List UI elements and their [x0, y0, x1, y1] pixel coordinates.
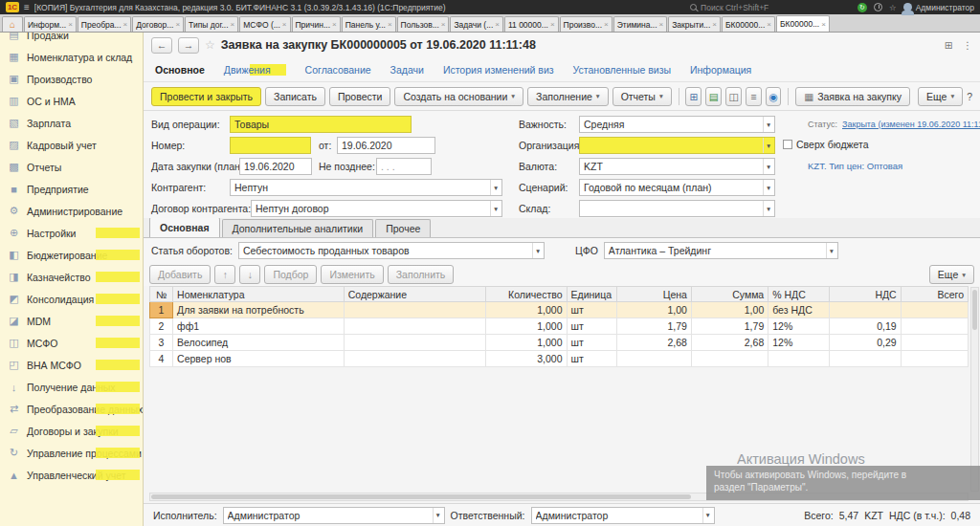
close-icon[interactable]: ×: [388, 20, 392, 29]
cell-price[interactable]: 1,79: [616, 318, 691, 335]
favorite-star-icon[interactable]: ☆: [205, 38, 215, 52]
chevron-down-icon[interactable]: ▾: [702, 508, 710, 523]
list-icon[interactable]: ≡: [746, 87, 762, 106]
spreadsheet-icon[interactable]: ▤: [705, 87, 722, 106]
cell-quantity[interactable]: 1,000: [486, 335, 567, 351]
price-type-link[interactable]: KZT. Тип цен: Оптовая: [808, 161, 902, 171]
global-search-input[interactable]: Поиск Ctrl+Shift+F: [690, 3, 843, 12]
cell-content[interactable]: [344, 318, 486, 335]
cell-num[interactable]: 1: [150, 302, 173, 318]
tab[interactable]: Задачи (...×: [450, 16, 503, 32]
close-icon[interactable]: ×: [231, 20, 235, 29]
close-icon[interactable]: ×: [712, 20, 717, 29]
currency-field[interactable]: KZT▾: [579, 158, 775, 175]
cell-unit[interactable]: шт: [567, 351, 616, 367]
tab-extra-analytics[interactable]: Дополнительные аналитики: [222, 219, 374, 237]
cell-total[interactable]: [901, 335, 968, 351]
warehouse-field[interactable]: ▾: [579, 200, 775, 217]
cell-nomenclature[interactable]: Сервер нов: [173, 351, 345, 367]
cell-price[interactable]: 1,00: [616, 302, 691, 318]
post-button[interactable]: Провести: [329, 87, 390, 106]
tab[interactable]: БК00000...×: [722, 16, 775, 32]
move-down-button[interactable]: ↓: [239, 265, 260, 284]
items-more-button[interactable]: Еще▾: [929, 265, 974, 284]
attach-icon[interactable]: ⊞: [685, 87, 702, 106]
move-up-button[interactable]: ↑: [214, 265, 235, 284]
cell-vat-rate[interactable]: без НДС: [768, 302, 830, 318]
table-row[interactable]: 4 Сервер нов 3,000 шт: [150, 351, 969, 367]
cell-sum[interactable]: 1,00: [691, 302, 768, 318]
tab[interactable]: Закрыти...×: [668, 16, 721, 32]
tab-main-items[interactable]: Основная: [149, 217, 220, 237]
cell-quantity[interactable]: 3,000: [486, 351, 567, 367]
cell-vat[interactable]: [830, 351, 901, 367]
over-budget-checkbox[interactable]: Сверх бюджета: [783, 139, 869, 150]
cell-num[interactable]: 4: [150, 351, 173, 367]
importance-field[interactable]: Средняя▾: [579, 116, 775, 133]
checkbox-box[interactable]: [783, 140, 792, 149]
update-icon[interactable]: ↻: [858, 3, 867, 12]
tab-other[interactable]: Прочее: [375, 219, 431, 237]
cell-total[interactable]: [901, 351, 968, 367]
sidebar-item[interactable]: ◧Бюджетирование: [0, 244, 143, 266]
post-close-button[interactable]: Провести и закрыть: [151, 87, 261, 106]
nav-link-main[interactable]: Основное: [155, 64, 205, 76]
nav-link-approval[interactable]: Согласование: [305, 64, 371, 76]
contractor-field[interactable]: Нептун▾: [230, 179, 502, 196]
sidebar-item[interactable]: ↻Управление процессами: [0, 442, 143, 464]
col-num[interactable]: №: [150, 287, 173, 302]
reports-button[interactable]: Отчеты▾: [612, 87, 672, 106]
col-vat[interactable]: НДС: [830, 287, 901, 302]
close-icon[interactable]: ×: [175, 20, 180, 29]
col-vat-rate[interactable]: % НДС: [768, 287, 830, 302]
sidebar-item[interactable]: ▱Договоры и закупки: [0, 420, 143, 442]
main-menu-icon[interactable]: ≡: [24, 2, 30, 12]
sidebar-item[interactable]: ⚙Администрирование: [0, 200, 143, 222]
tab[interactable]: Типы дог...×: [185, 16, 238, 32]
chevron-down-icon[interactable]: ▾: [763, 180, 770, 195]
history-clock-icon[interactable]: [874, 3, 882, 11]
vertical-scrollbar[interactable]: [970, 287, 979, 492]
cell-quantity[interactable]: 1,000: [486, 318, 567, 335]
cell-unit[interactable]: шт: [567, 302, 616, 318]
chevron-down-icon[interactable]: ▾: [490, 180, 498, 195]
cell-vat-rate[interactable]: 12%: [768, 318, 830, 335]
chevron-down-icon[interactable]: ▾: [532, 243, 540, 258]
cell-num[interactable]: 3: [150, 335, 173, 351]
scrollbar-thumb[interactable]: [972, 290, 977, 330]
sidebar-item[interactable]: ↓Получение данных: [0, 376, 143, 398]
nav-link-movements[interactable]: Движения: [224, 64, 286, 76]
sidebar-item[interactable]: ▨Кадровый учет: [0, 134, 143, 156]
col-quantity[interactable]: Количество: [486, 287, 567, 302]
doc-date-field[interactable]: 19.06.2020: [337, 137, 435, 154]
nav-link-visas[interactable]: Установленные визы: [573, 64, 671, 76]
compare-icon[interactable]: ◫: [725, 87, 742, 106]
sidebar-item[interactable]: ◩Консолидация: [0, 288, 143, 310]
pin-icon[interactable]: ⊞: [945, 39, 953, 51]
tab[interactable]: Причин...×: [292, 16, 341, 32]
cell-content[interactable]: [344, 335, 486, 351]
close-icon[interactable]: ×: [123, 20, 128, 29]
chevron-down-icon[interactable]: ▾: [763, 201, 770, 216]
cell-vat[interactable]: [830, 302, 901, 318]
sidebar-item[interactable]: ◫МСФО: [0, 332, 143, 354]
col-price[interactable]: Цена: [616, 287, 691, 302]
operation-field[interactable]: Товары: [230, 116, 412, 133]
favorites-star-icon[interactable]: ☆: [889, 3, 897, 12]
close-icon[interactable]: ×: [441, 20, 446, 29]
turnover-field[interactable]: Себестоимость проданных товаров▾: [238, 242, 545, 259]
fill-button[interactable]: Заполнение▾: [527, 87, 609, 106]
executor-field[interactable]: Администратор▾: [223, 507, 445, 524]
cell-unit[interactable]: шт: [567, 335, 616, 351]
sidebar-item[interactable]: ▧Зарплата: [0, 112, 143, 134]
organization-field[interactable]: ▾: [579, 137, 775, 154]
sidebar-item[interactable]: ▣Производство: [0, 68, 143, 90]
print-button[interactable]: ▦Заявка на закупку: [795, 87, 910, 106]
chevron-down-icon[interactable]: ▾: [763, 138, 770, 153]
more-button[interactable]: Еще▾: [918, 87, 963, 106]
cell-vat-rate[interactable]: 12%: [768, 335, 830, 351]
tab[interactable]: Договор...×: [132, 16, 184, 32]
forward-button[interactable]: →: [178, 37, 199, 54]
cell-num[interactable]: 2: [150, 318, 173, 335]
tab[interactable]: МСФО (...×: [239, 16, 290, 32]
